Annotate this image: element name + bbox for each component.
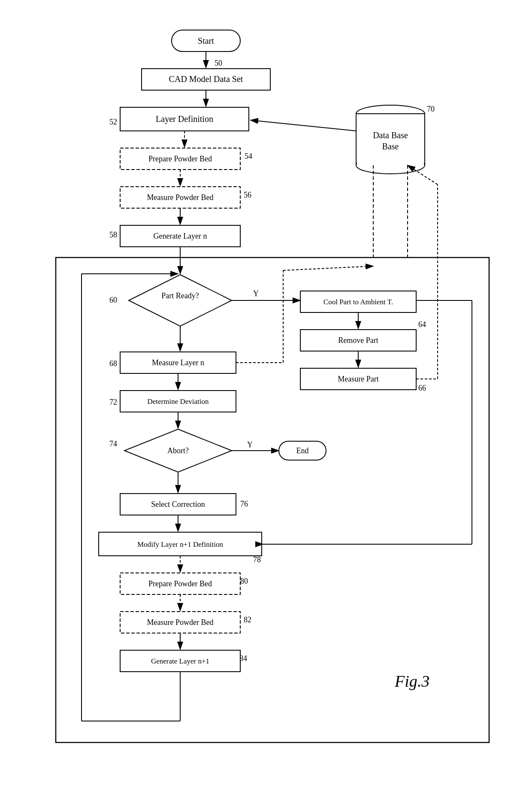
fig-label: Fig.3 bbox=[394, 672, 429, 690]
y-label-2: Y bbox=[247, 440, 253, 449]
label-74: 74 bbox=[109, 439, 117, 448]
label-52: 52 bbox=[109, 118, 117, 126]
label-68: 68 bbox=[109, 359, 117, 368]
diagram-container: Start 50 CAD Model Data Set 52 Layer Def… bbox=[26, 17, 506, 790]
database-label: Data Base bbox=[373, 130, 408, 140]
mod-layer-label: Modify Layer n+1 Definition bbox=[137, 540, 223, 548]
label-80: 80 bbox=[240, 577, 248, 585]
remove-part-label: Remove Part bbox=[338, 336, 378, 345]
label-54: 54 bbox=[245, 152, 252, 161]
label-82: 82 bbox=[244, 615, 251, 624]
label-78: 78 bbox=[253, 555, 261, 564]
label-66: 66 bbox=[418, 384, 426, 392]
measure-part-label: Measure Part bbox=[338, 375, 378, 383]
label-72: 72 bbox=[109, 398, 117, 406]
start-label: Start bbox=[198, 36, 214, 45]
meas-powder-2-label: Measure Powder Bed bbox=[147, 618, 214, 627]
label-70: 70 bbox=[427, 105, 435, 113]
label-60: 60 bbox=[109, 296, 117, 304]
abort-label: Abort? bbox=[167, 446, 189, 455]
cad-model-label: CAD Model Data Set bbox=[169, 74, 243, 84]
label-64: 64 bbox=[418, 320, 426, 329]
end-label: End bbox=[296, 446, 309, 455]
part-ready-label: Part Ready? bbox=[161, 291, 199, 300]
meas-powder-1-label: Measure Powder Bed bbox=[147, 193, 214, 202]
label-58: 58 bbox=[109, 230, 117, 239]
layer-def-label: Layer Definition bbox=[156, 114, 213, 124]
gen-layer-n1-label: Generate Layer n+1 bbox=[151, 657, 209, 665]
det-dev-label: Determine Deviation bbox=[147, 397, 209, 406]
label-76: 76 bbox=[240, 500, 248, 508]
label-50: 50 bbox=[215, 59, 222, 67]
y-label-1: Y bbox=[253, 289, 259, 298]
svg-line-13 bbox=[251, 120, 356, 131]
prep-powder-1-label: Prepare Powder Bed bbox=[148, 155, 212, 163]
select-corr-label: Select Correction bbox=[151, 500, 205, 509]
label-56: 56 bbox=[244, 191, 251, 199]
prep-powder-2-label: Prepare Powder Bed bbox=[148, 579, 212, 588]
database-label2: Base bbox=[382, 142, 399, 151]
cool-part-label: Cool Part to Ambient T. bbox=[323, 298, 393, 306]
gen-layer-n-label: Generate Layer n bbox=[154, 232, 207, 240]
meas-layer-label: Measure Layer n bbox=[152, 358, 204, 367]
